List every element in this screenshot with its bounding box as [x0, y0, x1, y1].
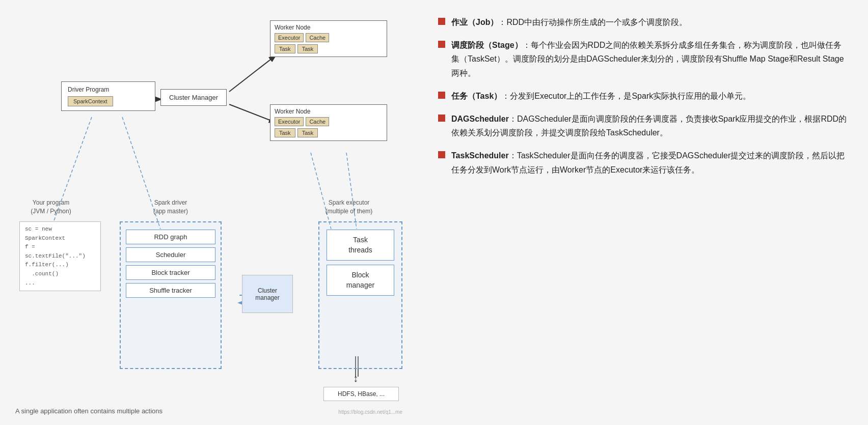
bullet-text-taskscheduler: TaskScheduler：TaskScheduler是面向任务的调度器，它接受… — [451, 149, 848, 176]
task-box-2a: Task — [275, 128, 295, 137]
bullet-square-2 — [438, 41, 445, 48]
task-threads-box: Taskthreads — [327, 230, 394, 261]
driver-title: Driver Program — [68, 86, 149, 93]
cluster-manager-small-box: Clustermanager — [242, 275, 293, 313]
svg-line-5 — [311, 153, 331, 229]
block-tracker-box: Block tracker — [126, 265, 215, 280]
task-box-1b: Task — [297, 44, 318, 53]
code-line-4: .count() — [25, 270, 95, 279]
term-dagscheduler: DAGScheduler — [451, 115, 509, 123]
svg-line-6 — [346, 153, 357, 229]
term-task: 任务（Task） — [451, 92, 502, 100]
term-taskscheduler: TaskScheduler — [451, 151, 509, 160]
rdd-graph-box: RDD graph — [126, 230, 215, 244]
code-snippet-box: sc = new SparkContext f = sc.textFile(".… — [19, 221, 101, 291]
driver-dashed-box: RDD graph Scheduler Block tracker Shuffl… — [120, 221, 222, 369]
bullet-square-3 — [438, 92, 445, 99]
worker-node-2-title: Worker Node — [275, 108, 383, 115]
bullet-item-job: 作业（Job）：RDD中由行动操作所生成的一个或多个调度阶段。 — [438, 15, 848, 29]
block-manager-box: Blockmanager — [327, 265, 394, 296]
svg-line-1 — [229, 56, 275, 92]
executor-dashed-box: Taskthreads Blockmanager — [318, 221, 402, 369]
cluster-manager-box: Cluster Manager — [160, 89, 227, 106]
label-your-program: Your program (JVM / Python) — [20, 199, 82, 216]
hdfs-box: HDFS, HBase, ... — [323, 387, 399, 401]
term-job: 作业（Job） — [451, 18, 498, 26]
bullet-text-stage: 调度阶段（Stage）：每个作业会因为RDD之间的依赖关系拆分成多组任务集合，称… — [451, 38, 848, 80]
executor-box-1: Executor — [275, 33, 304, 42]
cache-box-1: Cache — [306, 33, 329, 42]
bullet-square-4 — [438, 115, 445, 122]
bullet-square-5 — [438, 151, 445, 158]
worker-node-2: Worker Node Executor Cache Task Task — [270, 104, 387, 141]
worker-node-1: Worker Node Executor Cache Task Task — [270, 20, 387, 57]
code-line-2: f = sc.textFile("...") — [25, 243, 95, 261]
code-line-1: sc = new SparkContext — [25, 225, 95, 243]
cluster-manager-small-label: Clustermanager — [255, 287, 279, 301]
worker-node-1-title: Worker Node — [275, 24, 383, 31]
label-spark-executor: Spark executor (multiple of them) — [311, 199, 387, 216]
task-box-2b: Task — [297, 128, 318, 137]
code-line-3: f.filter(...) — [25, 261, 95, 270]
label-spark-driver: Spark driver (app master) — [138, 199, 204, 216]
updown-arrow: ↕ — [353, 373, 358, 384]
scheduler-box: Scheduler — [126, 247, 215, 262]
spark-context-box: SparkContext — [68, 96, 113, 106]
driver-program-box: Driver Program SparkContext — [61, 81, 155, 111]
code-line-5: ... — [25, 279, 95, 288]
executor-box-2: Executor — [275, 117, 304, 126]
bullet-text-dagscheduler: DAGScheduler：DAGScheduler是面向调度阶段的任务调度器，负… — [451, 112, 848, 139]
right-panel: 作业（Job）：RDD中由行动操作所生成的一个或多个调度阶段。 调度阶段（Sta… — [418, 0, 868, 425]
bullet-text-job: 作业（Job）：RDD中由行动操作所生成的一个或多个调度阶段。 — [451, 15, 848, 29]
bottom-label: A single application often contains mult… — [15, 407, 162, 415]
bullet-item-dagscheduler: DAGScheduler：DAGScheduler是面向调度阶段的任务调度器，负… — [438, 112, 848, 139]
watermark: https://blog.csdn.net/q1...me — [338, 409, 402, 415]
svg-line-2 — [229, 104, 275, 122]
diagram-area: Worker Node Executor Cache Task Task Wor… — [10, 10, 408, 417]
bullet-text-task: 任务（Task）：分发到Executor上的工作任务，是Spark实际执行应用的… — [451, 89, 848, 103]
cache-box-2: Cache — [306, 117, 329, 126]
bullet-item-taskscheduler: TaskScheduler：TaskScheduler是面向任务的调度器，它接受… — [438, 149, 848, 176]
bullet-item-stage: 调度阶段（Stage）：每个作业会因为RDD之间的依赖关系拆分成多组任务集合，称… — [438, 38, 848, 80]
bullet-list: 作业（Job）：RDD中由行动操作所生成的一个或多个调度阶段。 调度阶段（Sta… — [438, 15, 848, 177]
task-box-1a: Task — [275, 44, 295, 53]
term-stage: 调度阶段（Stage） — [451, 41, 523, 49]
bullet-square-1 — [438, 18, 445, 25]
bullet-item-task: 任务（Task）：分发到Executor上的工作任务，是Spark实际执行应用的… — [438, 89, 848, 103]
shuffle-tracker-box: Shuffle tracker — [126, 283, 215, 298]
diagram-panel: Worker Node Executor Cache Task Task Wor… — [0, 0, 418, 425]
